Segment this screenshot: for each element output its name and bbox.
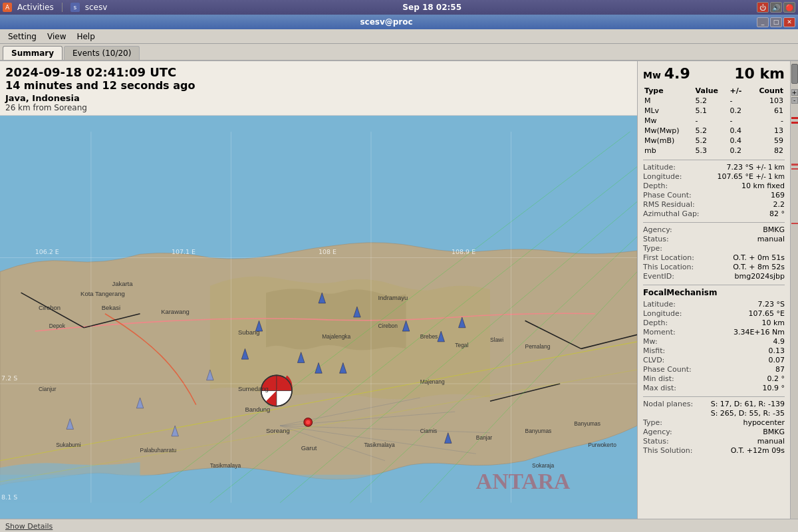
fm-latitude-value: 7.23 °S bbox=[758, 300, 785, 309]
svg-text:Kota Tangerang: Kota Tangerang bbox=[80, 290, 125, 297]
zoom-out-btn[interactable]: - bbox=[791, 97, 798, 104]
rms-row: RMS Residual: 2.2 bbox=[643, 200, 785, 209]
type-row: Type: bbox=[643, 244, 785, 253]
fm-clvd-label: CLVD: bbox=[643, 356, 696, 364]
event-marker-strip-5 bbox=[791, 223, 798, 224]
fm-mw-label: Mw: bbox=[643, 337, 696, 346]
svg-text:106.2 E: 106.2 E bbox=[35, 248, 59, 255]
menu-bar: Setting View Help bbox=[0, 29, 798, 44]
svg-text:8.1 S: 8.1 S bbox=[1, 493, 17, 501]
app-label[interactable]: scesv bbox=[85, 3, 108, 12]
event-info-header: 2024-09-18 02:41:09 UTC 14 minutes and 1… bbox=[0, 61, 637, 116]
table-row: mb5.30.282 bbox=[643, 146, 785, 156]
svg-text:Brebes: Brebes bbox=[420, 333, 438, 340]
fm-status-row: Status: manual bbox=[643, 437, 785, 446]
svg-text:Majenang: Majenang bbox=[420, 378, 445, 385]
svg-text:107.1 E: 107.1 E bbox=[172, 248, 196, 255]
azimuthal-value: 82 ° bbox=[769, 209, 785, 218]
col-type: Type bbox=[643, 86, 694, 96]
svg-text:Sukabumi: Sukabumi bbox=[56, 442, 81, 448]
azimuthal-label: Azimuthal Gap: bbox=[643, 209, 700, 218]
win-close-btn[interactable]: ✕ bbox=[783, 17, 795, 27]
map-container[interactable]: 106.2 E 107.1 E 108 E 108.9 E 7.2 S 8.1 … bbox=[0, 116, 637, 519]
tb-power[interactable]: ⏻ bbox=[757, 2, 769, 13]
win-minimize-btn[interactable]: _ bbox=[757, 17, 769, 27]
taskbar-icon: A bbox=[3, 3, 12, 12]
fm-depth-label: Depth: bbox=[643, 319, 696, 327]
longitude-label: Longitude: bbox=[643, 172, 696, 181]
col-value: Value bbox=[694, 86, 729, 96]
bottom-bar: Show Details bbox=[0, 519, 798, 532]
svg-text:108 E: 108 E bbox=[319, 248, 336, 255]
fm-depth-row: Depth: 10 km bbox=[643, 319, 785, 327]
fm-depth-value: 10 km bbox=[761, 319, 785, 327]
menu-help[interactable]: Help bbox=[71, 31, 100, 43]
svg-text:Purwokerto: Purwokerto bbox=[588, 442, 616, 448]
depth-display: 10 km bbox=[734, 65, 785, 82]
svg-text:Cirebon: Cirebon bbox=[378, 323, 398, 329]
mag-label: Mw bbox=[643, 70, 664, 80]
depth-row: Depth: 10 km fixed bbox=[643, 182, 785, 190]
agency-label: Agency: bbox=[643, 225, 696, 234]
phase-count-row: Phase Count: 169 bbox=[643, 191, 785, 200]
phase-count-value: 169 bbox=[771, 191, 785, 200]
event-marker-strip-2 bbox=[791, 122, 798, 124]
menu-setting[interactable]: Setting bbox=[3, 31, 42, 43]
taskbar: A Activities s scesv Sep 18 02:55 ⏻ 🔊 🔴 bbox=[0, 0, 798, 15]
svg-text:Tasikmalaya: Tasikmalaya bbox=[210, 462, 241, 469]
agency-row: Agency: BMKG bbox=[643, 225, 785, 234]
tab-bar: Summary Events (10/20) bbox=[0, 44, 798, 61]
main-content: 2024-09-18 02:41:09 UTC 14 minutes and 1… bbox=[0, 61, 798, 519]
scroll-strip[interactable]: + - bbox=[790, 61, 798, 519]
azimuthal-row: Azimuthal Gap: 82 ° bbox=[643, 209, 785, 218]
svg-text:Bandung: Bandung bbox=[245, 406, 270, 413]
svg-text:Garut: Garut bbox=[301, 444, 317, 452]
scroll-thumb[interactable] bbox=[791, 64, 798, 84]
fm-type-label: Type: bbox=[643, 418, 696, 427]
svg-text:Depok: Depok bbox=[49, 323, 66, 329]
tab-events[interactable]: Events (10/20) bbox=[64, 46, 140, 60]
fm-latitude-label: Latitude: bbox=[643, 300, 696, 309]
magnitude-table: Type Value +/- Count M5.2-103MLv5.10.261… bbox=[643, 86, 785, 156]
svg-text:Karawang: Karawang bbox=[161, 308, 190, 315]
event-id-row: EventID: bmg2024sjbp bbox=[643, 272, 785, 281]
longitude-value: 107.65 °E +/- 1 km bbox=[717, 172, 785, 181]
nodal-planes-label-2 bbox=[643, 409, 696, 418]
window-title-bar: scesv@proc _ □ ✕ bbox=[0, 15, 798, 29]
fm-mw-row: Mw: 4.9 bbox=[643, 337, 785, 346]
fm-misfit-value: 0.13 bbox=[769, 346, 785, 355]
divider-4 bbox=[643, 396, 785, 397]
this-location-value: O.T. + 8m 52s bbox=[733, 263, 785, 271]
svg-text:Banyumas: Banyumas bbox=[525, 428, 552, 434]
tab-summary[interactable]: Summary bbox=[3, 46, 63, 60]
rms-label: RMS Residual: bbox=[643, 200, 696, 209]
fm-clvd-row: CLVD: 0.07 bbox=[643, 356, 785, 364]
svg-text:Soreang: Soreang bbox=[266, 427, 290, 434]
depth-label: Depth: bbox=[643, 182, 696, 190]
svg-text:108.9 E: 108.9 E bbox=[452, 248, 475, 255]
event-time-ago: 14 minutes and 12 seconds ago bbox=[5, 79, 632, 92]
focal-mechanism-title: FocalMechanism bbox=[643, 288, 785, 297]
this-location-label: This Location: bbox=[643, 263, 696, 271]
zoom-in-btn[interactable]: + bbox=[791, 89, 798, 96]
menu-view[interactable]: View bbox=[42, 31, 71, 43]
tb-minimize[interactable]: 🔴 bbox=[783, 2, 795, 13]
event-marker-strip-4 bbox=[791, 168, 798, 170]
fm-min-dist-row: Min dist: 0.2 ° bbox=[643, 374, 785, 383]
event-region: Java, Indonesia bbox=[5, 93, 632, 103]
svg-text:Sokaraja: Sokaraja bbox=[532, 462, 555, 469]
activities-label[interactable]: Activities bbox=[17, 3, 54, 12]
fm-this-solution-label: This Solution: bbox=[643, 446, 696, 455]
show-details-label[interactable]: Show Details bbox=[5, 522, 53, 531]
table-row: MLv5.10.261 bbox=[643, 106, 785, 116]
svg-text:Slawi: Slawi bbox=[490, 336, 503, 343]
status-label: Status: bbox=[643, 235, 696, 243]
svg-text:Palabuhanratu: Palabuhanratu bbox=[140, 447, 177, 454]
fm-min-dist-value: 0.2 ° bbox=[767, 374, 785, 383]
fm-clvd-value: 0.07 bbox=[769, 356, 785, 364]
svg-point-51 bbox=[306, 420, 310, 424]
win-maximize-btn[interactable]: □ bbox=[770, 17, 782, 27]
tb-volume[interactable]: 🔊 bbox=[770, 2, 782, 13]
col-pm: +/- bbox=[729, 86, 749, 96]
nodal-planes-value-2: S: 265, D: 55, R: -35 bbox=[711, 409, 785, 418]
